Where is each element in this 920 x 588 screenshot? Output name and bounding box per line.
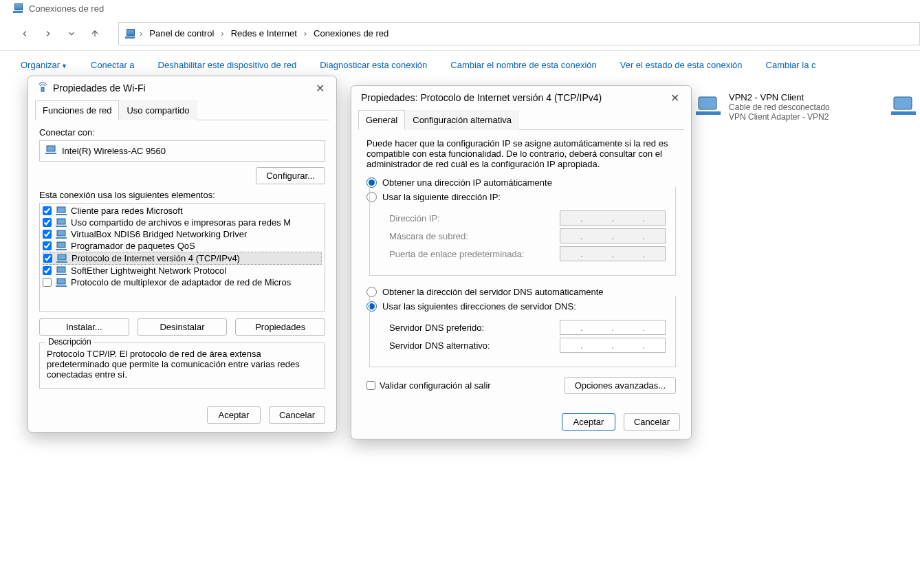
description-label: Descripción xyxy=(45,337,94,347)
configure-button[interactable]: Configurar... xyxy=(256,167,325,184)
diagnose-cmd[interactable]: Diagnosticar esta conexión xyxy=(320,60,427,70)
svg-rect-3 xyxy=(891,111,916,115)
disable-device-cmd[interactable]: Deshabilitar este dispositivo de red xyxy=(158,60,297,70)
organize-menu[interactable]: Organizar▼ xyxy=(21,60,67,70)
ip-address-label: Dirección IP: xyxy=(389,213,440,224)
adapter-title: VPN2 - VPN Client xyxy=(729,92,830,102)
subnet-mask-label: Máscara de subred: xyxy=(389,231,468,241)
cancel-button[interactable]: Cancelar xyxy=(269,406,325,424)
components-label: Esta conexión usa los siguientes element… xyxy=(39,190,325,200)
chevron-right-icon: › xyxy=(140,28,142,39)
view-status-cmd[interactable]: Ver el estado de esta conexión xyxy=(620,60,743,70)
svg-rect-18 xyxy=(56,274,67,275)
component-item[interactable]: SoftEther Lightweight Network Protocol xyxy=(43,265,322,276)
component-icon xyxy=(56,218,67,228)
up-button[interactable] xyxy=(88,27,102,41)
dialog-titlebar[interactable]: Propiedades de Wi-Fi ✕ xyxy=(28,76,336,100)
component-label: Programador de paquetes QoS xyxy=(71,241,195,251)
dns-auto-radio[interactable]: Obtener la dirección del servidor DNS au… xyxy=(366,287,676,297)
component-label: Protocolo de Internet versión 4 (TCP/IPv… xyxy=(72,253,240,263)
dns-preferred-field[interactable]: ... xyxy=(560,320,666,335)
ipv4-properties-dialog: Propiedades: Protocolo de Internet versi… xyxy=(351,85,692,439)
breadcrumb[interactable]: Redes e Internet xyxy=(228,28,300,39)
component-label: Cliente para redes Microsoft xyxy=(71,206,183,216)
component-checkbox[interactable] xyxy=(43,230,52,239)
component-label: SoftEther Lightweight Network Protocol xyxy=(71,265,226,276)
properties-button[interactable]: Propiedades xyxy=(235,318,325,336)
svg-rect-19 xyxy=(57,279,65,284)
component-item[interactable]: Programador de paquetes QoS xyxy=(43,240,322,252)
gateway-field: ... xyxy=(560,246,666,261)
adapter-partial[interactable] xyxy=(890,92,917,120)
component-item[interactable]: VirtualBox NDIS6 Bridged Networking Driv… xyxy=(43,228,322,240)
svg-rect-8 xyxy=(56,214,67,215)
advanced-button[interactable]: Opciones avanzadas... xyxy=(565,377,676,394)
component-checkbox[interactable] xyxy=(43,266,52,275)
adapter-name: Intel(R) Wireless-AC 9560 xyxy=(62,146,166,156)
forward-button[interactable] xyxy=(41,27,55,41)
component-item[interactable]: Protocolo de Internet versión 4 (TCP/IPv… xyxy=(43,252,322,265)
component-checkbox[interactable] xyxy=(43,254,52,263)
tab-general[interactable]: General xyxy=(358,110,405,130)
cancel-button[interactable]: Cancelar xyxy=(624,413,680,431)
tab-alternate-config[interactable]: Configuración alternativa xyxy=(405,110,519,130)
dns-alternate-field[interactable]: ... xyxy=(560,338,666,353)
svg-rect-7 xyxy=(57,207,65,213)
dialog-title: Propiedades de Wi-Fi xyxy=(53,83,146,94)
validate-on-exit-checkbox[interactable]: Validar configuración al salir xyxy=(366,380,491,391)
svg-rect-10 xyxy=(56,226,67,227)
adapter-icon xyxy=(45,145,56,157)
recent-dropdown-icon[interactable] xyxy=(65,27,78,41)
adapter-select[interactable]: Intel(R) Wireless-AC 9560 xyxy=(39,140,325,162)
close-button[interactable]: ✕ xyxy=(668,91,681,105)
component-label: Uso compartido de archivos e impresoras … xyxy=(71,217,291,228)
breadcrumb[interactable]: Panel de control xyxy=(146,28,217,39)
address-bar[interactable]: › Panel de control › Redes e Internet › … xyxy=(118,22,920,45)
accept-button[interactable]: Aceptar xyxy=(207,406,261,424)
accept-button[interactable]: Aceptar xyxy=(562,413,615,431)
wifi-icon xyxy=(38,82,47,95)
wifi-properties-dialog: Propiedades de Wi-Fi ✕ Funciones de red … xyxy=(28,76,337,433)
chevron-down-icon: ▼ xyxy=(61,63,67,69)
dialog-title: Propiedades: Protocolo de Internet versi… xyxy=(361,92,602,103)
component-label: VirtualBox NDIS6 Bridged Networking Driv… xyxy=(71,229,247,239)
subnet-mask-field: ... xyxy=(560,228,666,243)
command-bar: Organizar▼ Conectar a Deshabilitar este … xyxy=(0,51,920,78)
ip-auto-radio[interactable]: Obtener una dirección IP automáticamente xyxy=(366,177,676,188)
adapter-vpn2[interactable]: VPN2 - VPN Client Cable de red desconect… xyxy=(694,92,830,122)
change-settings-cmd[interactable]: Cambiar la c xyxy=(766,60,816,70)
install-button[interactable]: Instalar... xyxy=(39,318,129,336)
adapter-status: Cable de red desconectado xyxy=(729,102,830,112)
svg-rect-2 xyxy=(894,97,912,109)
close-button[interactable]: ✕ xyxy=(313,81,327,95)
component-checkbox[interactable] xyxy=(43,278,52,287)
back-button[interactable] xyxy=(18,27,32,41)
svg-rect-12 xyxy=(56,237,67,239)
svg-rect-11 xyxy=(57,230,65,236)
uninstall-button[interactable]: Desinstalar xyxy=(138,318,228,336)
svg-rect-16 xyxy=(56,261,67,263)
connect-to-cmd[interactable]: Conectar a xyxy=(91,60,135,70)
svg-rect-9 xyxy=(57,219,65,224)
component-item[interactable]: Protocolo de multiplexor de adaptador de… xyxy=(43,276,322,288)
dns-preferred-label: Servidor DNS preferido: xyxy=(389,323,484,333)
connect-using-label: Conectar con: xyxy=(39,127,325,138)
svg-rect-20 xyxy=(56,285,67,287)
tab-sharing[interactable]: Uso compartido xyxy=(119,100,197,120)
breadcrumb[interactable]: Conexiones de red xyxy=(311,28,391,39)
component-label: Protocolo de multiplexor de adaptador de… xyxy=(71,277,291,287)
component-item[interactable]: Uso compartido de archivos e impresoras … xyxy=(43,217,322,228)
window-titlebar: Conexiones de red xyxy=(0,0,920,17)
components-listbox[interactable]: Cliente para redes MicrosoftUso comparti… xyxy=(39,203,325,312)
svg-rect-17 xyxy=(57,267,65,272)
component-checkbox[interactable] xyxy=(43,218,52,227)
rename-cmd[interactable]: Cambiar el nombre de esta conexión xyxy=(450,60,596,70)
tab-networking[interactable]: Funciones de red xyxy=(35,100,119,120)
dialog-titlebar[interactable]: Propiedades: Protocolo de Internet versi… xyxy=(351,86,691,109)
network-icon xyxy=(12,3,23,13)
component-checkbox[interactable] xyxy=(43,206,52,215)
adapter-device: VPN Client Adapter - VPN2 xyxy=(729,112,830,122)
component-item[interactable]: Cliente para redes Microsoft xyxy=(43,205,322,217)
component-checkbox[interactable] xyxy=(43,241,52,250)
description-group: Descripción Protocolo TCP/IP. El protoco… xyxy=(39,342,325,389)
